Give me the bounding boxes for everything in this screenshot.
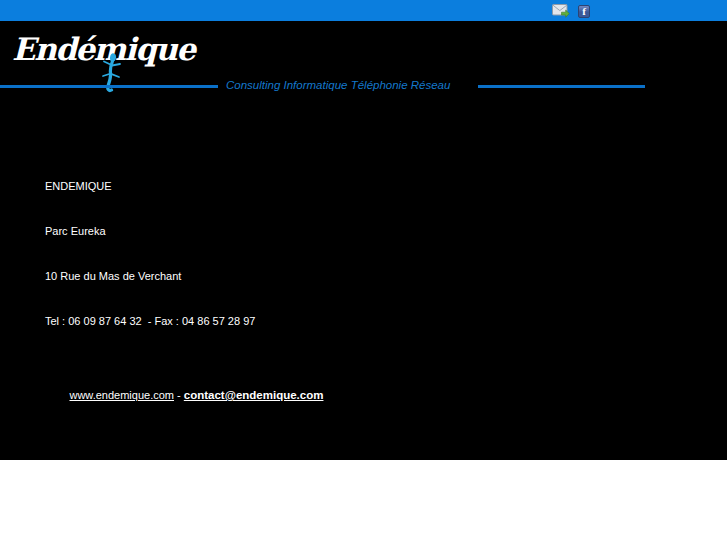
phone-fax-line: Tel : 06 09 87 64 32 - Fax : 04 86 57 28… xyxy=(45,314,323,329)
top-bar: f xyxy=(0,0,727,21)
contact-links: www.endemique.com - contact@endemique.co… xyxy=(45,373,323,418)
contact-block: ENDEMIQUE Parc Eureka 10 Rue du Mas de V… xyxy=(45,149,323,448)
tagline-divider: Consulting Informatique Téléphonie Résea… xyxy=(0,78,727,94)
topbar-icons: f xyxy=(552,4,590,18)
company-name: ENDEMIQUE xyxy=(45,179,323,194)
address-line-2: 10 Rue du Mas de Verchant xyxy=(45,269,323,284)
links-separator: - xyxy=(174,389,184,401)
website-link[interactable]: www.endemique.com xyxy=(69,389,174,401)
email-link[interactable]: contact@endemique.com xyxy=(184,389,324,401)
facebook-glyph: f xyxy=(582,5,586,17)
tagline-text: Consulting Informatique Téléphonie Résea… xyxy=(226,79,450,91)
envelope-send-icon xyxy=(552,4,570,18)
divider-line-right xyxy=(478,85,645,88)
facebook-icon[interactable]: f xyxy=(578,5,590,18)
email-icon[interactable] xyxy=(552,4,570,18)
address-line-1: Parc Eureka xyxy=(45,224,323,239)
main-black-area: Endémique Consulting Informatique Téléph… xyxy=(0,21,727,460)
divider-line-left xyxy=(0,85,218,88)
footer-white-area xyxy=(0,460,727,545)
page: f Endémique Consulting Informatique Télé… xyxy=(0,0,727,545)
